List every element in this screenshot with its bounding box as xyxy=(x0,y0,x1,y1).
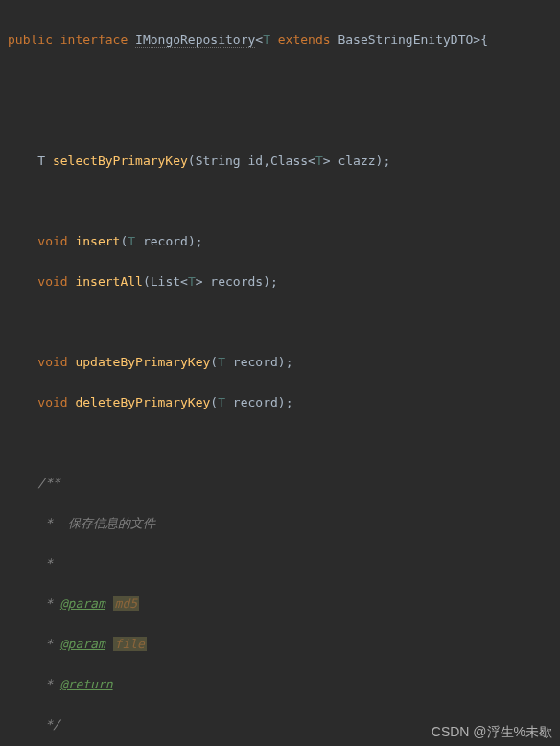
interface-name: IMongoRepository xyxy=(135,33,255,48)
code-line[interactable]: void updateByPrimaryKey(T record); xyxy=(0,352,560,372)
code-line[interactable]: * 保存信息的文件 xyxy=(0,513,560,533)
method-name: selectByPrimaryKey xyxy=(53,153,188,168)
code-line[interactable]: */ xyxy=(0,714,560,734)
javadoc-return-tag: @return xyxy=(60,677,113,691)
code-line[interactable]: * @return xyxy=(0,674,560,694)
keyword-interface: interface xyxy=(60,33,128,47)
javadoc-text: * 保存信息的文件 xyxy=(37,516,154,530)
code-line[interactable] xyxy=(0,191,560,211)
javadoc-close: */ xyxy=(37,717,59,732)
keyword-public: public xyxy=(8,33,53,47)
code-line[interactable] xyxy=(0,312,560,332)
method-name: insert xyxy=(75,234,120,248)
code-line[interactable]: T selectByPrimaryKey(String id,Class<T> … xyxy=(0,151,560,171)
code-line[interactable]: /** xyxy=(0,473,560,493)
code-line[interactable]: void insertAll(List<T> records); xyxy=(0,271,560,291)
code-line[interactable]: * xyxy=(0,553,560,573)
code-line[interactable]: public interface IMongoRepository<T exte… xyxy=(0,30,560,50)
javadoc-open: /** xyxy=(37,476,59,490)
javadoc-param-tag: @param xyxy=(60,596,105,611)
code-line[interactable]: * @param file xyxy=(0,634,560,654)
code-line[interactable] xyxy=(0,432,560,453)
method-name: deleteByPrimaryKey xyxy=(75,395,210,409)
base-type: BaseStringEnityDTO xyxy=(338,33,473,47)
code-line[interactable]: * @param md5 xyxy=(0,594,560,614)
code-line[interactable]: void insert(T record); xyxy=(0,231,560,251)
method-name: updateByPrimaryKey xyxy=(75,355,210,369)
code-line[interactable] xyxy=(0,110,560,130)
keyword-extends: extends xyxy=(278,33,331,47)
code-editor[interactable]: public interface IMongoRepository<T exte… xyxy=(0,0,560,746)
code-line[interactable] xyxy=(0,70,560,90)
javadoc-param-tag: @param xyxy=(60,637,105,651)
javadoc-param-name: md5 xyxy=(113,596,139,611)
generic-param: T xyxy=(263,33,270,47)
method-name: insertAll xyxy=(75,274,142,289)
code-line[interactable]: void deleteByPrimaryKey(T record); xyxy=(0,392,560,412)
javadoc-param-name: file xyxy=(113,637,147,651)
